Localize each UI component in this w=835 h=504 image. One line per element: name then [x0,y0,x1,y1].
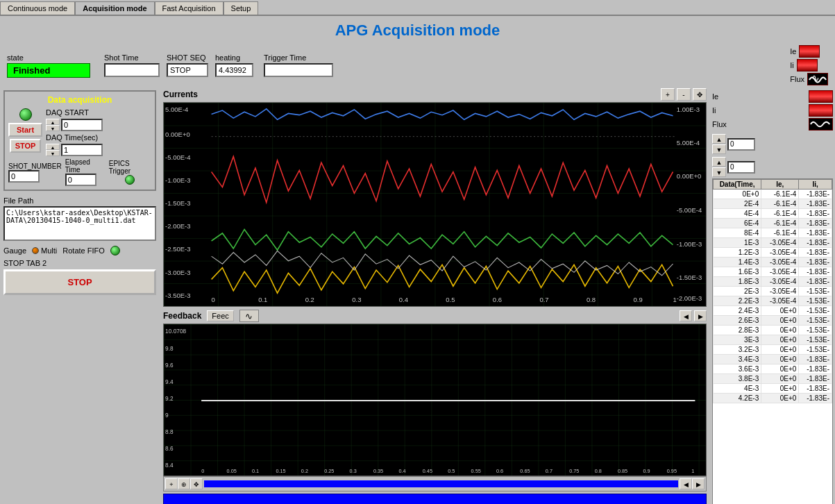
ie-label: Ie [790,47,796,56]
table-header-time: Data(Time, [714,180,761,190]
table-cell: 8E-4 [714,228,761,238]
stop-tab-section: STOP TAB 2 STOP [3,259,156,295]
tab-continuous-mode[interactable]: Continuous mode [0,1,75,15]
nav-input-2[interactable] [727,161,755,174]
filepath-input[interactable]: C:\Users\kstar-asdex\Desktop\KSTAR-DATA\… [3,206,156,241]
svg-text:0.05: 0.05 [227,467,237,473]
shot-number-input[interactable] [8,170,40,183]
table-cell: -1.83E- [799,277,832,287]
flux-right-label: Flux [712,120,727,128]
shot-seq-input[interactable] [167,63,208,77]
svg-text:0.75: 0.75 [569,467,579,473]
svg-text:-1.00E-3: -1.00E-3 [677,240,702,248]
table-cell: 3.4E-3 [714,355,761,364]
feedback-nav-right[interactable]: ▶ [694,310,707,321]
heating-label: heating [215,53,253,62]
tab-fast-acquisition[interactable]: Fast Acquisition [155,1,223,15]
table-cell: 4E-3 [714,384,761,394]
daq-start-input[interactable] [61,119,103,131]
nav-down-btn[interactable]: ▼ [712,144,726,154]
nav-down-btn-2[interactable]: ▼ [712,167,726,177]
feedback-nav-left[interactable]: ◀ [680,310,692,321]
table-row: 1.8E-3-3.05E-4-1.83E- [714,277,832,287]
heating-input[interactable] [215,63,253,77]
svg-text:0.8: 0.8 [595,467,602,473]
chart-nav-add[interactable]: + [165,478,178,489]
chart-nav-zoom[interactable]: ⊕ [178,478,190,489]
table-cell: -1.83E- [799,238,832,248]
table-cell: -3.05E-4 [761,296,799,306]
svg-text:-3.00E-3: -3.00E-3 [165,268,190,276]
table-cell: 3.8E-3 [714,374,761,384]
epics-led [125,175,135,185]
svg-text:0.00E+0: 0.00E+0 [677,172,702,180]
daq-start-up-btn[interactable]: ▲ [46,119,60,125]
table-cell: -6.1E-4 [761,219,799,228]
trigger-time-input[interactable] [264,63,333,77]
table-cell: -3.05E-4 [761,287,799,296]
svg-text:9.6: 9.6 [165,362,174,369]
table-cell: -1.53E- [799,306,832,316]
feec-button[interactable]: Feec [207,310,233,321]
table-cell: 2E-3 [714,287,761,296]
chart-move-btn[interactable]: ✥ [693,88,707,101]
nav-up-btn-2[interactable]: ▲ [712,157,726,167]
epics-trigger-label: EPICS Trigger [109,160,151,175]
gauge-row: Gauge Multi Rotate FIFO [3,246,156,255]
table-row: 2.8E-30E+0-1.53E- [714,326,832,335]
chart-plus-btn[interactable]: + [661,88,675,101]
table-cell: 2.6E-3 [714,316,761,326]
daq-led [19,108,32,121]
table-cell: -1.53E- [799,316,832,326]
elapsed-time-input[interactable] [65,174,96,186]
chart-nav-right[interactable]: ▶ [692,478,705,489]
table-cell: 0E+0 [761,384,799,394]
svg-text:8.8: 8.8 [165,428,174,435]
svg-text:-1.50E-3: -1.50E-3 [677,274,702,281]
shot-time-input[interactable] [104,63,160,77]
svg-text:0.25: 0.25 [324,467,334,473]
svg-text:0.55: 0.55 [471,467,481,473]
table-row: 4.2E-30E+0-1.83E- [714,394,832,403]
app-title: APG Acquisition mode [0,16,835,44]
table-cell: -1.83E- [799,228,832,238]
gauge-radio[interactable] [32,247,39,254]
table-cell: -3.05E-4 [761,248,799,258]
chart-scroll[interactable] [204,480,678,487]
daq-time-down-btn[interactable]: ▼ [46,150,60,156]
chart-minus-btn[interactable]: - [677,88,691,101]
tab-setup[interactable]: Setup [223,1,259,15]
svg-text:1.00E-3: 1.00E-3 [677,106,700,113]
nav-up-btn[interactable]: ▲ [712,134,726,144]
svg-text:0.8: 0.8 [587,296,596,303]
table-cell: -1.53E- [799,326,832,335]
daq-time-up-btn[interactable]: ▲ [46,144,60,150]
table-cell: 3E-3 [714,335,761,345]
chart-nav-hand[interactable]: ✥ [190,478,203,489]
daq-start-down-btn[interactable]: ▼ [46,125,60,131]
chart-nav-left[interactable]: ◀ [680,478,692,489]
svg-text:0: 0 [201,467,204,473]
table-cell: 6E-4 [714,219,761,228]
gauge-selector[interactable]: Multi [32,246,57,255]
data-table[interactable]: Data(Time, Ie, Ii, 0E+0-6.1E-4-1.83E-2E-… [712,178,833,504]
nav-input-1[interactable] [727,138,755,151]
table-row: 3.4E-30E+0-1.83E- [714,355,832,364]
stop-small-button[interactable]: STOP [10,139,42,153]
table-cell: 0E+0 [761,364,799,374]
start-button[interactable]: Start [8,123,42,137]
svg-text:0.1: 0.1 [258,296,267,303]
tab-acquisition-mode[interactable]: Acquisition mode [75,1,154,15]
svg-text:0.3: 0.3 [350,467,357,473]
daq-time-input[interactable] [61,144,103,156]
stop-button[interactable]: STOP [3,269,156,295]
svg-text:9: 9 [165,412,169,419]
table-cell: 2.2E-3 [714,296,761,306]
feedback-header: Feedback Feec ∿ ◀ ▶ [163,308,707,324]
table-header-ie: Ie, [761,180,799,190]
svg-text:-2.00E-3: -2.00E-3 [677,294,702,302]
stop-tab-label: STOP TAB 2 [3,259,156,267]
svg-text:8.6: 8.6 [165,445,174,452]
flux-right-row: Flux [712,118,833,131]
table-cell: -3.05E-4 [761,277,799,287]
